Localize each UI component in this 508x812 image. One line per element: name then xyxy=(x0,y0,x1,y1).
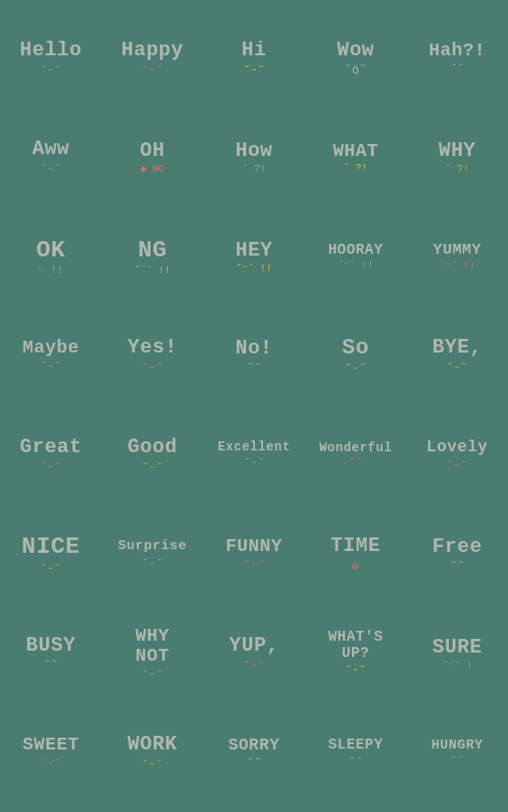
cell-great[interactable]: Great˘ᵕ˘ xyxy=(0,406,102,506)
cell-funny[interactable]: FUNNY˘ᵕ˘ xyxy=(203,506,305,605)
word-so: So xyxy=(342,336,369,360)
face-no: ˘˘ xyxy=(247,362,261,375)
cell-hah[interactable]: Hah?!˘˘ xyxy=(406,9,508,109)
word-no: No! xyxy=(235,338,272,360)
cell-yup[interactable]: YUP,˘ᵕ˘ xyxy=(203,604,305,704)
face-sleepy: ˘˘ xyxy=(348,756,363,769)
cell-happy[interactable]: Happy˘ᵕ˘ xyxy=(102,9,203,109)
cell-free[interactable]: Free˘˘ xyxy=(406,506,508,605)
emoji-grid: Hello˘ᵕ˘Happy˘ᵕ˘Hi˘ᵕ˘Wow˘ö˘Hah?!˘˘Aww˘ᵕ˘… xyxy=(0,0,508,812)
sub-yummy: ˘ᵕ˘ !! xyxy=(439,260,475,272)
cell-sleepy[interactable]: SLEEPY˘˘ xyxy=(305,704,406,804)
cell-good[interactable]: Good˘ᵕ˘ xyxy=(102,406,203,506)
face-yes: ˘ᵕ˘ xyxy=(142,361,162,375)
face-nice: ˘ᵕ˘ xyxy=(40,562,61,576)
face-maybe: ˘ᵕ˘ xyxy=(40,360,61,374)
word-hi: Hi xyxy=(241,40,266,62)
cell-ng[interactable]: NG˘¨˘ !! xyxy=(102,208,203,307)
cell-so[interactable]: So˘ᵕ˘ xyxy=(305,307,406,407)
word-hello: Hello xyxy=(20,40,83,62)
face-aww: ˘ᵕ˘ xyxy=(40,162,61,177)
face-lovely: ˘ᵕ˘ xyxy=(446,459,467,473)
word-sweet: SWEET xyxy=(23,735,80,755)
word-wow: Wow xyxy=(337,40,374,62)
word-whatsup: WHAT'S UP? xyxy=(328,630,384,662)
word-funny: FUNNY xyxy=(226,536,283,556)
face-excellent: ˘ᵕ˘ xyxy=(243,456,264,470)
word-ohno: OH xyxy=(140,140,164,162)
face-sweet: ˘ᵕ˘ xyxy=(40,757,61,771)
sub-what: ˘ ?! xyxy=(344,162,367,174)
face-whatsup: ˘ᵕ˘ xyxy=(345,663,366,678)
cell-hey[interactable]: HEY˘ᵕ˘ !! xyxy=(203,208,305,307)
face-free: ˘˘ xyxy=(450,560,464,574)
face-so: ˘ᵕ˘ xyxy=(345,362,366,376)
face-hungry: ˘˘ xyxy=(450,755,464,768)
cell-sure[interactable]: SURE˘ᵕ˘ ! xyxy=(406,604,508,704)
word-yummy: YUMMY xyxy=(433,242,482,259)
word-how: How xyxy=(235,140,272,162)
word-what: WHAT xyxy=(333,141,378,161)
cell-excellent[interactable]: Excellent˘ᵕ˘ xyxy=(203,406,305,506)
word-busy: BUSY xyxy=(26,635,76,657)
cell-aww[interactable]: Aww˘ᵕ˘ xyxy=(0,109,102,208)
cell-whatsup[interactable]: WHAT'S UP?˘ᵕ˘ xyxy=(305,604,406,704)
face-great: ˘ᵕ˘ xyxy=(40,460,61,475)
face-hello: ˘ᵕ˘ xyxy=(40,63,61,78)
cell-whynot[interactable]: WHY NOT˘ᵕ˘ xyxy=(102,604,203,704)
cell-no[interactable]: No!˘˘ xyxy=(203,307,305,407)
face-work: ˘ᵕ˘ xyxy=(142,758,162,772)
word-yup: YUP, xyxy=(230,635,279,657)
cell-how[interactable]: How˘ ?! xyxy=(203,109,305,208)
cell-why[interactable]: WHY˘ ?! xyxy=(406,109,508,208)
word-free: Free xyxy=(433,536,483,558)
cell-what[interactable]: WHAT˘ ?! xyxy=(305,109,406,208)
word-wonderful: Wonderful xyxy=(319,441,392,455)
cell-hungry[interactable]: HUNGRY˘˘ xyxy=(406,704,508,804)
sub-ok: ♡ !! xyxy=(39,265,63,276)
word-surprise: Surprise xyxy=(118,539,187,555)
cell-yummy[interactable]: YUMMY˘ᵕ˘ !! xyxy=(406,208,508,307)
face-time: ⊙ xyxy=(352,559,359,574)
face-yup: ˘ᵕ˘ xyxy=(243,659,264,673)
cell-lovely[interactable]: Lovely˘ᵕ˘ xyxy=(406,406,508,506)
word-happy: Happy xyxy=(122,40,184,62)
cell-sweet[interactable]: SWEET˘ᵕ˘ xyxy=(0,704,102,804)
face-wonderful: ˘˘ xyxy=(348,457,363,470)
word-bye: BYE, xyxy=(433,337,483,359)
cell-hi[interactable]: Hi˘ᵕ˘ xyxy=(203,9,305,109)
word-maybe: Maybe xyxy=(23,338,80,358)
word-yes: Yes! xyxy=(128,337,178,359)
cell-work[interactable]: WORK˘ᵕ˘ xyxy=(102,704,203,804)
word-whynot: WHY NOT xyxy=(135,626,170,666)
word-sleepy: SLEEPY xyxy=(328,738,384,754)
cell-wonderful[interactable]: Wonderful˘˘ xyxy=(305,406,406,506)
face-funny: ˘ᵕ˘ xyxy=(243,558,264,573)
sub-how: ˘ ?! xyxy=(242,163,266,175)
word-why: WHY xyxy=(438,140,475,162)
word-excellent: Excellent xyxy=(218,440,290,454)
cell-ohno[interactable]: OH▲ NO xyxy=(102,109,203,208)
face-sorry: ˘˘ xyxy=(247,757,261,770)
cell-maybe[interactable]: Maybe˘ᵕ˘ xyxy=(0,307,102,407)
cell-time[interactable]: TIME⊙ xyxy=(305,506,406,605)
cell-surprise[interactable]: Surprise˘ᵕ˘ xyxy=(102,506,203,605)
sub-hooray: ˘ᵕ˘ !! xyxy=(337,259,374,271)
cell-ok[interactable]: OK♡ !! xyxy=(0,208,102,307)
cell-wow[interactable]: Wow˘ö˘ xyxy=(305,9,406,109)
cell-bye[interactable]: BYE,˘ᵕ˘ xyxy=(406,307,508,407)
sub-why: ˘ ?! xyxy=(445,163,469,175)
cell-yes[interactable]: Yes!˘ᵕ˘ xyxy=(102,307,203,407)
cell-nice[interactable]: NICE˘ᵕ˘ xyxy=(0,506,102,605)
face-happy: ˘ᵕ˘ xyxy=(142,63,162,78)
face-hi: ˘ᵕ˘ xyxy=(243,63,264,78)
face-busy: ˘˘ xyxy=(44,659,58,672)
cell-sorry[interactable]: SORRY˘˘ xyxy=(203,704,305,804)
face-whynot: ˘ᵕ˘ xyxy=(142,668,162,682)
word-sorry: SORRY xyxy=(229,737,280,755)
word-hungry: HUNGRY xyxy=(431,739,483,754)
sub-ng: ˘¨˘ !! xyxy=(134,265,171,276)
cell-busy[interactable]: BUSY˘˘ xyxy=(0,604,102,704)
cell-hooray[interactable]: HOORAY˘ᵕ˘ !! xyxy=(305,208,406,307)
cell-hello[interactable]: Hello˘ᵕ˘ xyxy=(0,9,102,109)
